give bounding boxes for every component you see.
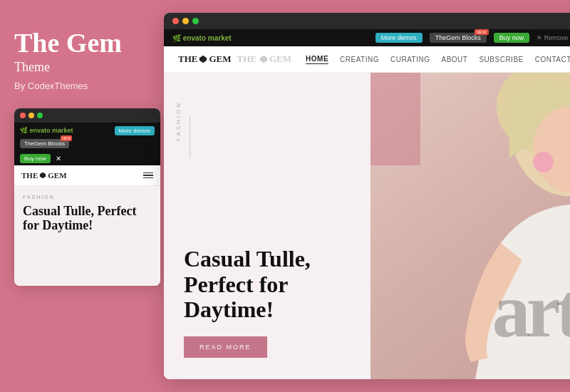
mobile-browser-bar (14, 108, 160, 123)
hero-read-more-btn[interactable]: READ MORE (184, 336, 267, 358)
mobile-buy-btn[interactable]: Buy now (20, 154, 51, 163)
nav-link-contact[interactable]: CONTACT (535, 56, 570, 63)
mobile-thegem-blocks-btn[interactable]: TheGem Blocks NEW (20, 139, 69, 148)
desktop-topbar: 🌿 envato market More demos TheGem Blocks… (164, 29, 570, 46)
desktop-dot-red (172, 18, 179, 24)
left-panel: The Gem Theme By CodexThemes 🌿 envato ma… (0, 0, 164, 392)
mobile-dot-green (37, 113, 43, 118)
site-hero: FASHION Casual Tulle, Perfect for Daytim… (164, 73, 570, 379)
mobile-site-logo: THE GEM (21, 171, 67, 180)
mobile-topbar-2: Buy now ✕ (14, 152, 160, 165)
desktop-new-badge: NEW (475, 29, 489, 35)
theme-author: By CodexThemes (14, 81, 88, 91)
desktop-dot-yellow (182, 18, 189, 24)
svg-text:art: art (492, 268, 570, 353)
mobile-hero-title: Casual Tulle, Perfect for Daytime! (23, 204, 152, 233)
svg-marker-1 (200, 56, 207, 63)
nav-link-creating[interactable]: CREATING (340, 56, 379, 63)
mobile-nav-bar: THE GEM (14, 165, 160, 186)
desktop-envato-logo: 🌿 envato market (172, 34, 232, 42)
desktop-preview: 🌿 envato market More demos TheGem Blocks… (164, 13, 570, 379)
hero-image: art (370, 73, 570, 379)
desktop-buy-btn[interactable]: Buy now (494, 33, 530, 43)
hero-image-area: art (370, 73, 570, 379)
nav-link-about[interactable]: ABOUT (441, 56, 467, 63)
svg-point-8 (533, 152, 554, 172)
hero-title: Casual Tulle, Perfect for Daytime! (184, 247, 351, 322)
mobile-dot-red (20, 113, 26, 118)
mobile-topbar: 🌿 envato market More demos TheGem Blocks… (14, 123, 160, 152)
hero-fashion-label: FASHION (175, 101, 182, 141)
nav-link-subscribe[interactable]: SUBSCRIBE (479, 56, 523, 63)
mobile-hamburger-icon[interactable] (143, 172, 153, 179)
mobile-more-demos-btn[interactable]: More demos (115, 126, 155, 135)
desktop-more-demos-btn[interactable]: More demos (375, 33, 423, 43)
mobile-hero-fashion-label: FASHION (23, 195, 152, 200)
site-navigation: THE GEM THE GEM HOME CREATING CURATING A… (164, 46, 570, 73)
nav-link-home[interactable]: HOME (306, 55, 328, 64)
mobile-hero: FASHION Casual Tulle, Perfect for Daytim… (14, 186, 160, 286)
mobile-dot-yellow (28, 113, 34, 118)
mobile-preview: 🌿 envato market More demos TheGem Blocks… (14, 108, 160, 286)
mobile-envato-logo: 🌿 envato market (20, 127, 73, 134)
desktop-close-btn[interactable]: ✕ Remove Frame (537, 34, 570, 41)
nav-links: HOME CREATING CURATING ABOUT SUBSCRIBE C… (306, 55, 570, 64)
svg-marker-0 (40, 172, 46, 178)
desktop-thegem-blocks-btn[interactable]: TheGem Blocks NEW (430, 33, 487, 43)
mobile-close-btn[interactable]: ✕ (56, 155, 61, 163)
desktop-browser-bar (164, 13, 570, 29)
svg-marker-2 (260, 56, 267, 63)
desktop-dot-green (192, 18, 199, 24)
pink-accent-block (370, 73, 420, 165)
nav-link-curating[interactable]: CURATING (390, 56, 430, 63)
theme-title: The Gem (14, 29, 122, 58)
right-panel: 🌿 envato market More demos TheGem Blocks… (164, 0, 570, 392)
hero-left: FASHION Casual Tulle, Perfect for Daytim… (164, 73, 370, 379)
site-logo: THE GEM THE GEM (178, 53, 291, 65)
theme-subtitle: Theme (14, 60, 50, 75)
hero-divider (190, 115, 190, 158)
new-badge: NEW (61, 135, 72, 141)
